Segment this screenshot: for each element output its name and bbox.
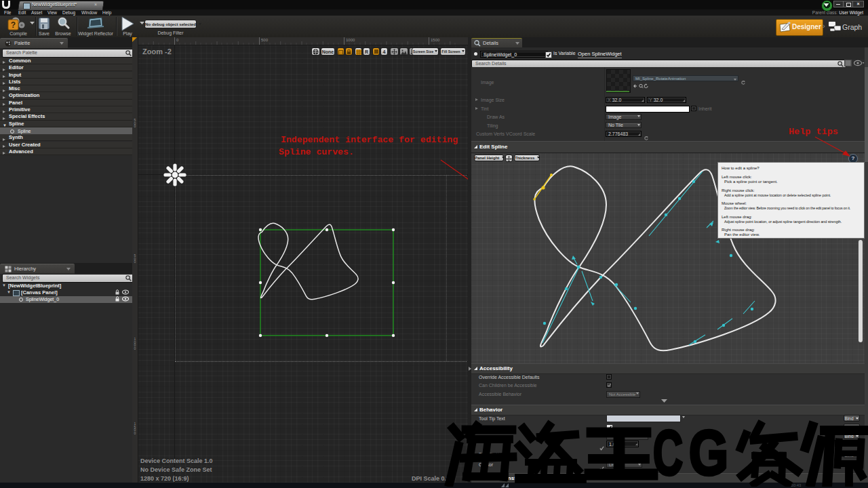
svg-text:G: G xyxy=(689,419,728,487)
svg-text:C: C xyxy=(653,419,683,487)
svg-text:?: ? xyxy=(11,20,16,30)
